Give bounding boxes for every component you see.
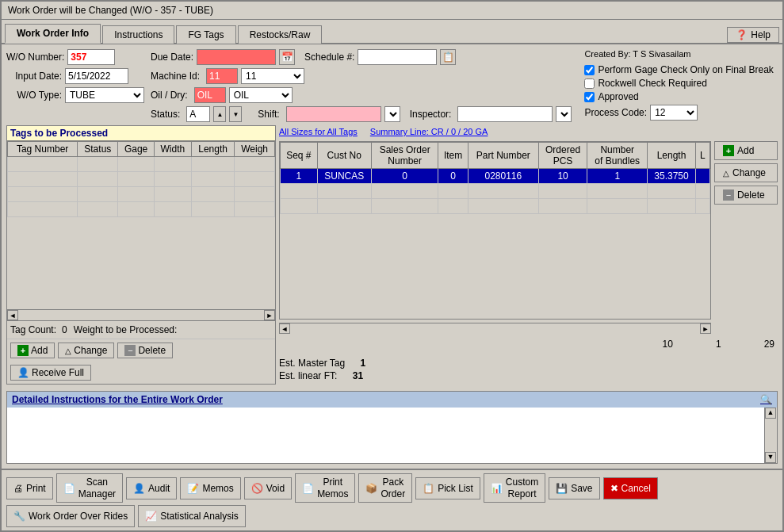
stats-icon: 📈 [145,511,157,522]
inspector-select[interactable] [556,106,572,122]
shift-label: Shift: [258,109,279,120]
machine-id-input[interactable] [206,68,238,84]
wo-type-select[interactable]: TUBE [65,87,144,103]
cancel-button[interactable]: ✖ Cancel [603,477,658,499]
table-row [8,187,275,202]
orders-totals: 10 1 29 [279,337,778,351]
oil-dry-label: Oil / Dry: [151,90,188,101]
print-memos-button[interactable]: 📄 Print Memos [295,473,355,503]
perform-gage-row: Perform Gage Check Only on Final Break [584,64,773,75]
orders-table: Seq # Cust No Sales OrderNumber Item Par… [280,142,710,214]
machine-id-label: Machine Id: [151,71,200,82]
due-date-calendar-btn[interactable]: 📅 [279,49,295,65]
tags-col-weigh: Weigh [235,142,275,157]
orders-content: Seq # Cust No Sales OrderNumber Item Par… [279,141,778,320]
table-row [8,172,275,187]
input-date-input[interactable] [65,68,128,84]
scroll-down-btn[interactable]: ▼ [765,452,776,463]
help-button[interactable]: ❓ Help [727,27,779,43]
row-length: 35.3750 [648,169,696,184]
statistical-analysis-button[interactable]: 📈 Statistical Analysis [138,505,246,527]
footer-row-2: 🔧 Work Order Over Rides 📈 Statistical An… [6,505,778,527]
tags-hscrollbar[interactable]: ◄ ► [7,309,275,320]
est-linear-ft-row: Est. linear FT: 31 [279,370,778,381]
row-item: 0 [438,169,468,184]
save-button[interactable]: 💾 Save [549,477,599,499]
tags-add-button[interactable]: + Add [10,343,55,358]
scroll-track [18,310,264,320]
orders-delete-button[interactable]: − Delete [714,186,778,205]
scroll-up-btn[interactable]: ▲ [765,408,776,419]
tab-restocks-raw[interactable]: Restocks/Raw [238,25,323,44]
receive-icon: 👤 [17,367,29,378]
custom-report-button[interactable]: 📊 Custom Report [484,473,545,503]
tab-work-order-info[interactable]: Work Order Info [5,24,101,44]
pick-list-button[interactable]: 📋 Pick List [415,477,480,499]
print-button[interactable]: 🖨 Print [6,477,53,499]
machine-id-select[interactable]: 11 [241,68,304,84]
total-length: 29 [764,339,774,350]
shift-input[interactable] [286,106,381,122]
orders-hscrollbar[interactable]: ◄ ► [279,323,711,334]
oil-dry-select[interactable]: OIL [229,87,293,103]
wo-type-row: W/O Type: TUBE [6,87,144,103]
schedule-icon-btn[interactable]: 📋 [440,49,456,65]
tab-instructions[interactable]: Instructions [102,25,174,44]
row-l [695,169,709,184]
status-spinner-up[interactable]: ▲ [213,106,226,122]
approved-checkbox[interactable] [584,92,595,102]
scan-icon: 📄 [63,483,75,494]
process-code-select[interactable]: 12 [650,105,698,121]
table-row [281,184,710,199]
rockwell-row: Rockwell Check Required [584,78,773,89]
tab-fg-tags[interactable]: FG Tags [176,25,235,44]
rockwell-checkbox[interactable] [584,78,595,89]
change-icon: △ [723,169,729,178]
orders-change-button[interactable]: △ Change [714,163,778,182]
instructions-vscrollbar[interactable]: ▲ ▼ [764,408,777,463]
instructions-textarea[interactable] [7,408,764,463]
tag-count-text: Tag Count: 0 [10,324,67,335]
wo-number-input[interactable] [67,49,115,65]
row-ordered-pcs: 10 [538,169,587,184]
void-button[interactable]: 🚫 Void [244,477,292,499]
work-order-overrides-button[interactable]: 🔧 Work Order Over Rides [6,505,135,527]
title-bar: Work Order will be Changed (W/O - 357 - … [2,2,782,20]
due-date-input[interactable] [197,49,276,65]
form-left: W/O Number: Input Date: W/O Type: TUBE [6,49,144,103]
overrides-icon: 🔧 [13,511,25,522]
col-ordered-pcs: OrderedPCS [538,143,587,169]
orders-scroll-right[interactable]: ► [700,323,711,334]
pack-order-button[interactable]: 📦 Pack Order [358,473,412,503]
search-icon[interactable]: 🔍 [760,394,772,405]
totals-row: 10 1 29 [663,339,774,350]
tags-delete-button[interactable]: − Delete [117,343,173,358]
audit-button[interactable]: 👤 Audit [126,477,177,499]
scan-manager-button[interactable]: 📄 Scan Manager [56,473,123,503]
oil-dry-input[interactable] [194,87,226,103]
all-sizes-link[interactable]: All Sizes for All Tags [279,127,358,136]
tags-change-button[interactable]: △ Change [58,343,114,358]
window-title: Work Order will be Changed (W/O - 357 - … [8,5,213,16]
status-spinner-down[interactable]: ▼ [229,106,242,122]
inspector-input[interactable] [457,106,553,122]
schedule-input[interactable] [358,49,437,65]
wo-type-label: W/O Type: [6,90,62,101]
process-code-row: Process Code: 12 [584,105,773,121]
process-code-label: Process Code: [584,107,647,118]
tags-col-tag-number: Tag Number [8,142,78,157]
add-icon: + [723,145,734,156]
tags-action-buttons: + Add △ Change − Delete [7,339,275,362]
scroll-right-btn[interactable]: ► [264,310,275,320]
status-input[interactable] [186,106,210,122]
scroll-left-btn[interactable]: ◄ [7,310,18,320]
tags-col-status: Status [78,142,118,157]
tags-table: Tag Number Status Gage Width Length Weig… [7,141,275,217]
shift-select[interactable] [384,106,400,122]
receive-full-button[interactable]: 👤 Receive Full [10,365,91,381]
memos-button[interactable]: 📝 Memos [180,477,240,499]
orders-add-button[interactable]: + Add [714,141,778,160]
table-row[interactable]: 1 SUNCAS 0 0 0280116 10 1 35.3750 [281,169,710,184]
orders-scroll-left[interactable]: ◄ [279,323,290,334]
perform-gage-checkbox[interactable] [584,65,595,75]
